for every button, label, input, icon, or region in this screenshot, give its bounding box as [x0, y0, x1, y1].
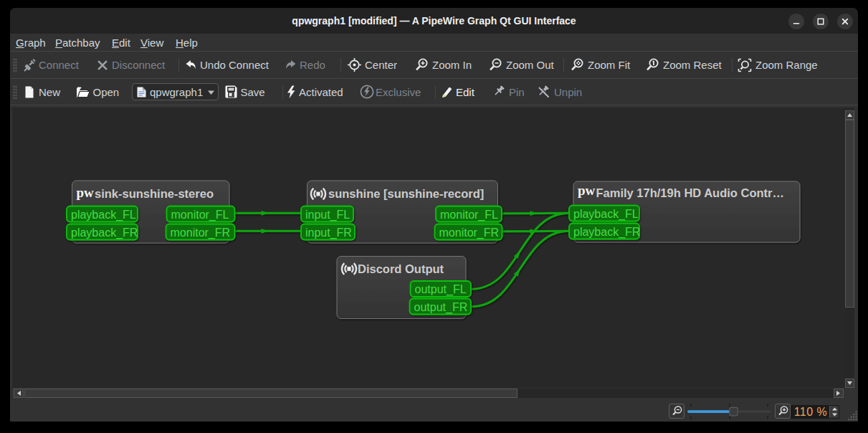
- svg-text:monitor_FL: monitor_FL: [171, 209, 229, 222]
- svg-text:monitor_FL: monitor_FL: [440, 209, 498, 222]
- svg-text:sink-sunshine-stereo: sink-sunshine-stereo: [95, 187, 214, 200]
- svg-text:playback_FL: playback_FL: [71, 209, 136, 222]
- svg-text:input_FL: input_FL: [305, 209, 350, 222]
- svg-text:input_FR: input_FR: [305, 227, 352, 239]
- svg-text:Discord Output: Discord Output: [358, 262, 444, 275]
- svg-text:playback_FR: playback_FR: [71, 227, 138, 239]
- svg-text:monitor_FR: monitor_FR: [439, 227, 500, 239]
- svg-text:playback_FR: playback_FR: [573, 226, 640, 239]
- svg-text:output_FL: output_FL: [415, 283, 467, 296]
- svg-text:Family 17h/19h HD Audio Contr…: Family 17h/19h HD Audio Contr…: [596, 186, 785, 199]
- svg-text:pw: pw: [578, 183, 596, 198]
- svg-text:sunshine [sunshine-record]: sunshine [sunshine-record]: [328, 187, 484, 200]
- svg-text:output_FR: output_FR: [414, 301, 468, 314]
- svg-text:pw: pw: [77, 185, 95, 200]
- svg-text:playback_FL: playback_FL: [573, 208, 639, 221]
- svg-text:monitor_FR: monitor_FR: [171, 227, 231, 239]
